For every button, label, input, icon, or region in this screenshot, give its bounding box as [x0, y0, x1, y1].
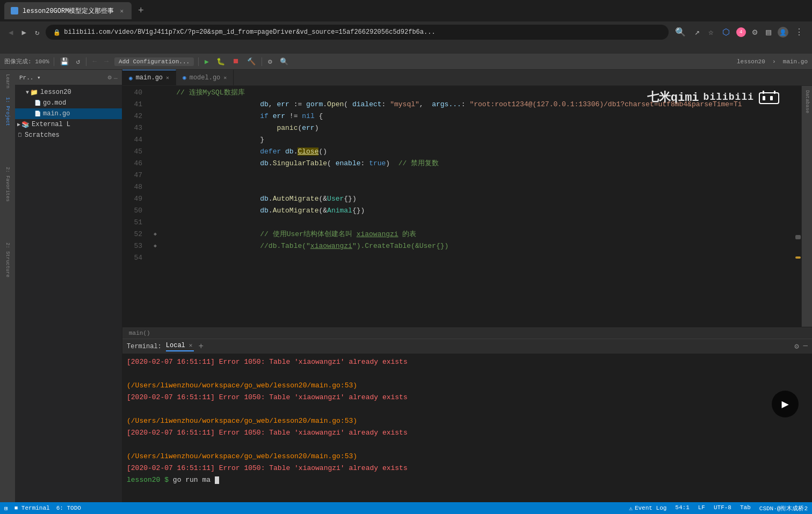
cursor	[215, 476, 219, 484]
tree-label-lesson20: lesson20	[40, 89, 71, 96]
terminal-new-btn[interactable]: +	[198, 342, 204, 351]
collapse-icon[interactable]: ⚙	[108, 74, 112, 82]
cursor-position: 54:1	[675, 504, 689, 512]
code-line-46: db.SingularTable( enable: true) // 禁用复数	[151, 158, 794, 170]
warning-icon: ⚠	[629, 505, 633, 512]
terminal-settings-btn[interactable]: ⚙	[794, 342, 799, 351]
term-line-blank-1	[127, 368, 808, 380]
bilibili-play-overlay[interactable]: ▶	[772, 391, 799, 417]
code-editor[interactable]: 七米qimi bilibili	[122, 86, 801, 327]
folder-icon-ext: 📚	[21, 121, 30, 129]
undo-btn[interactable]: ←	[91, 57, 98, 66]
tree-item-lesson20[interactable]: ▼ 📁 lesson20	[15, 87, 122, 98]
tree-item-external[interactable]: ▶ 📚 External L	[15, 119, 122, 130]
tree-item-scratches[interactable]: 🗒 Scratches	[15, 130, 122, 141]
file-tree-panel: Pr.. ▾ ⚙ … ▼ 📁 lesson20 📄	[15, 70, 122, 502]
local-close-btn[interactable]: ✕	[187, 341, 194, 349]
build-btn[interactable]: 🔨	[245, 57, 257, 67]
project-label: lesson20	[737, 58, 765, 65]
terminal-header: Terminal: Local ✕ + ⚙ ─	[122, 339, 812, 354]
term-line-3: [2020-02-07 16:51:11] Error 1050: Table …	[127, 427, 808, 439]
share-btn[interactable]: ↗	[692, 26, 702, 39]
code-line-50: db.AutoMigrate(&Animal{})	[151, 205, 794, 217]
refresh-btn[interactable]: ↺	[75, 57, 82, 67]
favorites-vtab[interactable]: 2: Favorites	[4, 163, 11, 206]
ide-main-row: Learn 1: Project 2: Favorites 2: Structu…	[0, 70, 812, 502]
tab-close-model[interactable]: ✕	[223, 75, 227, 81]
line-num-49: 49	[127, 193, 142, 205]
code-line-47	[151, 170, 794, 181]
run-btn[interactable]: ▶	[203, 57, 211, 67]
reload-btn[interactable]: ↻	[33, 27, 41, 38]
line-num-45: 45	[127, 146, 142, 158]
editor-with-sidebar: 七米qimi bilibili	[122, 86, 812, 327]
terminal-status-label[interactable]: ■ Terminal	[15, 505, 50, 511]
active-tab[interactable]: lesson20GORM模型定义那些事 ✕	[4, 2, 132, 19]
tab-bar: lesson20GORM模型定义那些事 ✕ +	[0, 0, 812, 21]
todo-label[interactable]: 6: TODO	[56, 505, 81, 511]
database-vtab[interactable]: Database	[803, 88, 811, 115]
address-bar[interactable]: 🔒 bilibili.com/video/BV1gJ411p7xC/?p=20&…	[46, 25, 669, 40]
event-log-btn[interactable]: ⚠ Event Log	[629, 504, 666, 512]
url-text: bilibili.com/video/BV1gJ411p7xC/?p=20&sp…	[64, 28, 435, 36]
forward-btn[interactable]: ▶	[19, 27, 28, 38]
separator-2	[86, 57, 86, 66]
learn-vtab[interactable]: Learn	[4, 70, 11, 93]
search-tool-btn[interactable]: 🔍	[278, 57, 290, 67]
editor-tab-maingo[interactable]: ◉ main.go ✕	[122, 70, 176, 85]
folder-icon: 📁	[30, 89, 38, 97]
file-tree-title: Pr.. ▾	[19, 74, 41, 81]
extensions-btn[interactable]: ⚙	[750, 26, 760, 39]
path-text-2: (/Users/liwenzhou/workspace/go_web/lesso…	[127, 417, 357, 425]
line-num-50: 50	[127, 205, 142, 217]
line-num-51: 51	[127, 217, 142, 229]
tree-label-maingo: main.go	[43, 110, 70, 118]
terminal-tab-local[interactable]: Local ✕	[166, 341, 194, 351]
file-label: main.go	[783, 58, 808, 65]
encoding: UTF-8	[714, 504, 731, 512]
terminal-minimize-btn[interactable]: ─	[803, 342, 808, 351]
editor-tab-modelgo[interactable]: ◉ model.go ✕	[176, 70, 234, 85]
tab-close-btn[interactable]: ✕	[118, 7, 125, 15]
ide-toolbar: 图像完成: 100% 💾 ↺ ← → Add Configuration... …	[0, 54, 812, 70]
file-icon-go: 📄	[34, 111, 41, 117]
editor-scrollbar[interactable]	[794, 86, 801, 327]
bilibili-badge[interactable]: 4	[736, 27, 746, 37]
code-line-53: ◆ //db.Table("xiaowangzi").CreateTable(&…	[151, 240, 794, 252]
tab-close-main[interactable]: ✕	[166, 75, 169, 81]
search-btn[interactable]: 🔍	[673, 26, 688, 39]
settings-icon[interactable]: …	[114, 74, 118, 82]
file-tree-content: ▼ 📁 lesson20 📄 go.mod 📄 main.go	[15, 85, 122, 502]
debug-btn[interactable]: 🐛	[215, 57, 227, 67]
tab-label: lesson20GORM模型定义那些事	[23, 6, 114, 16]
term-line-1: [2020-02-07 16:51:11] Error 1050: Table …	[127, 356, 808, 368]
new-tab-btn[interactable]: +	[134, 4, 148, 17]
tab-label-maingo: main.go	[136, 74, 163, 82]
bookmark-btn[interactable]: ☆	[706, 26, 716, 39]
line-num-41: 41	[127, 99, 142, 111]
line-num-40: 40	[127, 87, 142, 99]
line-num-54: 54	[127, 252, 142, 264]
config-btn[interactable]: Add Configuration...	[114, 57, 194, 66]
save-btn[interactable]: 💾	[59, 57, 70, 67]
tree-item-gomod[interactable]: 📄 go.mod	[15, 98, 122, 108]
tree-label-scratches: Scratches	[25, 131, 60, 139]
separator-4	[262, 57, 262, 66]
back-btn[interactable]: ◀	[6, 27, 15, 38]
code-content[interactable]: // 连接MySQL数据库 db, err := gorm.Open( dial…	[147, 86, 794, 327]
expand-arrow-ext: ▶	[17, 121, 20, 128]
tree-label-gomod: go.mod	[43, 99, 66, 107]
redo-btn[interactable]: →	[103, 57, 110, 66]
structure-vtab[interactable]: 2: Structure	[4, 238, 11, 282]
menu-btn[interactable]: ⋮	[793, 26, 806, 39]
profile-btn[interactable]: 👤	[778, 27, 788, 38]
terminal-tab-terminal[interactable]: Terminal:	[127, 343, 162, 350]
project-vtab[interactable]: 1: Project	[4, 93, 11, 130]
line-num-47: 47	[127, 170, 142, 181]
extension-icon[interactable]: ⬡	[720, 26, 732, 39]
settings-btn[interactable]: ⚙	[266, 57, 274, 67]
sidebar-btn[interactable]: ▤	[764, 26, 773, 39]
stop-btn[interactable]: ⏹	[231, 57, 241, 66]
line-numbers: 40 41 42 43 44 45 46 47 48 49 50	[122, 86, 147, 327]
tree-item-maingo[interactable]: 📄 main.go	[15, 108, 122, 119]
